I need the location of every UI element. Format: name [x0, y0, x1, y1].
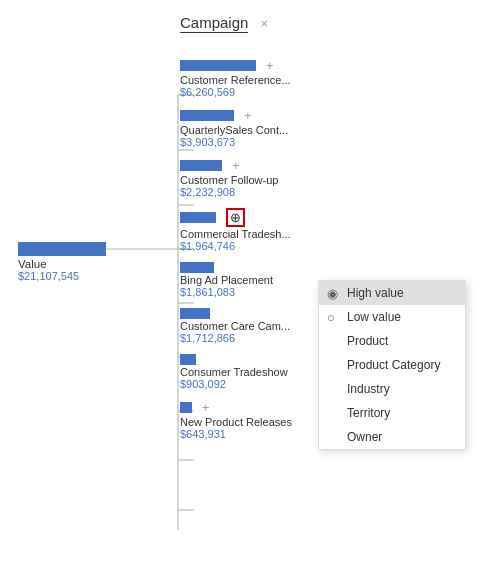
item-value: $2,232,908: [180, 186, 292, 198]
chart-area: Campaign × Value $21,107,545 +: [0, 0, 500, 568]
bar-item: Consumer Tradeshow $903,092: [180, 354, 292, 390]
close-button[interactable]: ×: [260, 16, 268, 31]
right-bars-container: + Customer Reference... $6,260,569 + Qua…: [180, 58, 292, 450]
radio-empty-icon: ○: [327, 310, 335, 325]
menu-item-label: Industry: [347, 382, 390, 396]
chart-title: Campaign: [180, 14, 248, 33]
expand-icon[interactable]: +: [202, 400, 210, 415]
bar-item: + Customer Reference... $6,260,569: [180, 58, 292, 98]
item-label: Commercial Tradesh...: [180, 228, 292, 240]
bar-item: ⊕ Commercial Tradesh... $1,964,746: [180, 208, 292, 252]
item-label: Bing Ad Placement: [180, 274, 292, 286]
bar-fill: [180, 212, 216, 223]
menu-item-product[interactable]: Product: [319, 329, 465, 353]
left-bar: [18, 242, 106, 256]
item-value: $903,092: [180, 378, 292, 390]
menu-item-label: Owner: [347, 430, 382, 444]
bar-fill: [180, 354, 196, 365]
item-value: $3,903,673: [180, 136, 292, 148]
item-value: $643,931: [180, 428, 292, 440]
expand-icon[interactable]: +: [244, 108, 252, 123]
menu-item-high-value[interactable]: ◉ High value: [319, 281, 465, 305]
item-value: $1,861,083: [180, 286, 292, 298]
menu-item-label: Territory: [347, 406, 390, 420]
menu-item-industry[interactable]: Industry: [319, 377, 465, 401]
item-value: $1,964,746: [180, 240, 292, 252]
title-area: Campaign ×: [180, 14, 268, 33]
bar-item: + New Product Releases $643,931: [180, 400, 292, 440]
menu-item-territory[interactable]: Territory: [319, 401, 465, 425]
menu-item-label: High value: [347, 286, 404, 300]
bar-item: Customer Care Cam... $1,712,866: [180, 308, 292, 344]
bar-fill: [180, 160, 222, 171]
item-value: $6,260,569: [180, 86, 292, 98]
bar-fill: [180, 110, 234, 121]
radio-filled-icon: ◉: [327, 286, 338, 301]
bar-fill: [180, 402, 192, 413]
bar-fill: [180, 60, 256, 71]
bar-fill: [180, 262, 214, 273]
left-node-label: Value: [18, 258, 106, 270]
bar-item: + Customer Follow-up $2,232,908: [180, 158, 292, 198]
item-label: Customer Reference...: [180, 74, 292, 86]
menu-item-label: Product: [347, 334, 388, 348]
bar-item: Bing Ad Placement $1,861,083: [180, 262, 292, 298]
item-label: QuarterlySales Cont...: [180, 124, 292, 136]
expand-icon[interactable]: +: [266, 58, 274, 73]
left-node: Value $21,107,545: [18, 242, 106, 282]
expand-icon[interactable]: ⊕: [226, 208, 245, 227]
item-value: $1,712,866: [180, 332, 292, 344]
item-label: Customer Care Cam...: [180, 320, 292, 332]
item-label: Customer Follow-up: [180, 174, 292, 186]
item-label: New Product Releases: [180, 416, 292, 428]
menu-item-label: Low value: [347, 310, 401, 324]
context-menu: ◉ High value ○ Low value Product Product…: [318, 280, 466, 450]
item-label: Consumer Tradeshow: [180, 366, 292, 378]
bar-item: + QuarterlySales Cont... $3,903,673: [180, 108, 292, 148]
menu-item-product-category[interactable]: Product Category: [319, 353, 465, 377]
bar-fill: [180, 308, 210, 319]
menu-item-label: Product Category: [347, 358, 440, 372]
left-node-value: $21,107,545: [18, 270, 106, 282]
expand-icon[interactable]: +: [232, 158, 240, 173]
menu-item-low-value[interactable]: ○ Low value: [319, 305, 465, 329]
menu-item-owner[interactable]: Owner: [319, 425, 465, 449]
